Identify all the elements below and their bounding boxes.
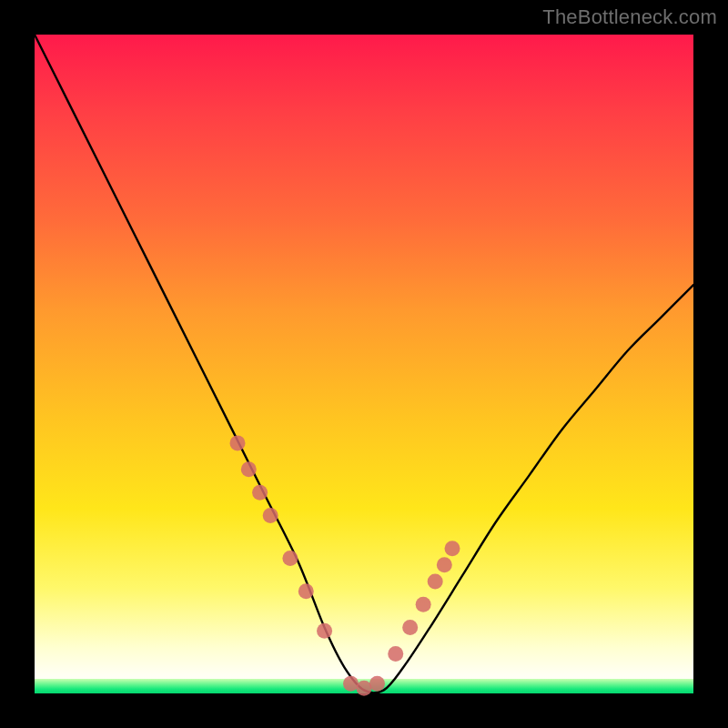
marker-dot xyxy=(357,681,372,696)
marker-dot xyxy=(241,461,257,477)
marker-dot xyxy=(388,646,403,662)
outer-frame: TheBottleneck.com xyxy=(0,0,728,728)
marker-dot xyxy=(416,597,431,612)
bottleneck-curve-line xyxy=(35,35,693,693)
marker-dot xyxy=(252,485,268,500)
marker-group xyxy=(229,435,460,695)
marker-dot xyxy=(428,573,443,589)
marker-dot xyxy=(298,583,314,599)
marker-dot xyxy=(445,541,460,556)
watermark-text: TheBottleneck.com xyxy=(542,5,717,29)
marker-dot xyxy=(437,557,452,572)
marker-dot xyxy=(282,551,298,566)
marker-dot xyxy=(343,676,359,692)
marker-dot xyxy=(369,676,385,692)
marker-dot xyxy=(317,623,332,639)
marker-dot xyxy=(402,620,418,635)
chart-svg xyxy=(35,35,693,693)
marker-dot xyxy=(229,435,245,450)
plot-area xyxy=(35,35,693,693)
marker-dot xyxy=(263,508,278,523)
